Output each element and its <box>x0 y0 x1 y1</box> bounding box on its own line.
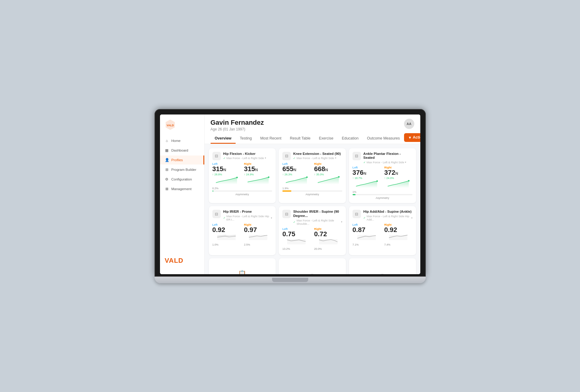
right-change: ↑ 24.9% <box>244 173 272 176</box>
values-row: Left 315N ↑ 28.8% <box>212 162 272 186</box>
right-chart <box>244 176 272 184</box>
right-chart <box>244 234 272 242</box>
right-chart <box>314 238 342 246</box>
card-knee-subtitle: ✓ Max Force - Left & Right Side ▾ <box>293 156 342 160</box>
sidebar-item-configuration-label: Configuration <box>171 177 192 181</box>
asym-bar <box>353 194 412 195</box>
empty-session-1-content: No tests in the latest session <box>282 262 342 274</box>
sidebar-item-home[interactable]: ⌂ Home <box>160 136 204 145</box>
management-icon: ⊠ <box>165 187 169 191</box>
card-hip-flexion-title: Hip Flexion - Kicker <box>223 152 272 156</box>
sidebar-item-profiles[interactable]: 👤 Profiles <box>160 155 204 165</box>
values-row: Left 0.92 1.0% <box>212 223 272 246</box>
asym-label: Asymmetry <box>282 193 342 196</box>
card-empty-session-1: No tests in the latest session <box>279 258 346 274</box>
asym-value: 1% <box>353 190 412 193</box>
screen: VALD ⌂ Home ▦ Dashboard 👤 Profiles <box>160 114 420 274</box>
left-chart <box>212 234 240 242</box>
sidebar-item-configuration[interactable]: ⚙ Configuration <box>160 175 204 184</box>
tab-result-table[interactable]: Result Table <box>286 134 315 144</box>
right-value-group: Right 372N ↑ 24.0% <box>384 166 412 189</box>
sidebar-item-program-builder[interactable]: ⊞ Program Builder <box>160 165 204 174</box>
left-change: ↑ 18.7% <box>353 177 381 180</box>
left-change: ↑ 28.8% <box>212 173 240 176</box>
sidebar-item-program-builder-label: Program Builder <box>171 168 196 171</box>
left-value: 655N <box>282 165 310 173</box>
asymmetry-section: 0.2% Asymmetry <box>212 187 272 196</box>
card-shoulder-title: Shoulder IR/ER - Supine (90 Degree... <box>293 210 342 218</box>
svg-point-7 <box>306 176 308 178</box>
profiles-icon: 👤 <box>165 158 169 162</box>
card-ankle-subtitle: ✓ Max Force - Left & Right Side ▾ <box>363 161 412 164</box>
avatar: AA <box>404 119 414 129</box>
chevron-down-icon: ▾ <box>409 135 411 140</box>
values-row: Left 655N ↑ 26.3% <box>282 162 342 186</box>
circle-slash-icon <box>308 273 317 274</box>
svg-point-3 <box>236 177 238 178</box>
right-value-group: Right 315N ↑ 24.9% <box>244 162 272 186</box>
card-icon: ⊟ <box>282 152 291 160</box>
card-hip-flexion-subtitle: ✓ Max Force - Left & Right Side ▾ <box>223 156 272 160</box>
card-title-group: Hip IR/ER - Prone ✓ Max Force - Left & R… <box>223 210 272 221</box>
card-hip-irer-subtitle: ✓ Max Force - Left & Right Side Hip ER:I… <box>223 215 272 221</box>
actions-button[interactable]: ▾ Actions <box>404 133 420 142</box>
right-value: 0.72 <box>314 230 342 238</box>
left-chart <box>282 176 310 184</box>
chevron-down-icon: ▾ <box>265 157 266 159</box>
laptop-base <box>155 277 426 283</box>
card-icon: ⊟ <box>353 152 361 160</box>
asym-right: 20.0% <box>314 247 342 250</box>
svg-text:VALD: VALD <box>167 124 174 127</box>
card-icon: ⊟ <box>353 210 361 218</box>
tab-testing[interactable]: Testing <box>236 134 256 144</box>
left-chart <box>212 176 240 184</box>
configuration-icon: ⚙ <box>165 177 169 181</box>
left-change: ↑ 26.3% <box>282 173 310 176</box>
dashboard-icon: ▦ <box>165 148 169 152</box>
card-hip-irer-header: ⊟ Hip IR/ER - Prone ✓ Max Force - Left &… <box>212 210 272 221</box>
header-top: Gavin Fernandez Age 26 (01 Jan 1997) AA <box>211 119 414 131</box>
tab-exercise[interactable]: Exercise <box>315 134 337 144</box>
asym-value: 0.2% <box>212 187 272 190</box>
right-value: 0.97 <box>244 226 272 234</box>
card-title-group: Hip Flexion - Kicker ✓ Max Force - Left … <box>223 152 272 160</box>
left-value-group: Left 0.87 7.1% <box>353 223 381 246</box>
card-hip-flexion-header: ⊟ Hip Flexion - Kicker ✓ Max Force - Lef… <box>212 152 272 160</box>
left-value-group: Left 0.75 13.2% <box>282 227 310 250</box>
card-hip-add-header: ⊟ Hip Add/Abd - Supine (Ankle) ✓ Max For… <box>353 210 412 221</box>
left-value-group: Left 0.92 1.0% <box>212 223 240 246</box>
sidebar-item-dashboard[interactable]: ▦ Dashboard <box>160 146 204 155</box>
left-value: 315N <box>212 165 240 173</box>
tab-education[interactable]: Education <box>337 134 363 144</box>
page-header: Gavin Fernandez Age 26 (01 Jan 1997) AA … <box>205 114 420 144</box>
no-test-icon <box>308 273 317 274</box>
card-hip-irer-title: Hip IR/ER - Prone <box>223 210 272 214</box>
tab-most-recent[interactable]: Most Recent <box>256 134 286 144</box>
card-title-group: Ankle Plantar Flexion - Seated ✓ Max For… <box>363 152 412 164</box>
svg-marker-2 <box>216 177 237 184</box>
svg-rect-16 <box>287 239 306 244</box>
laptop-container: VALD ⌂ Home ▦ Dashboard 👤 Profiles <box>155 109 426 283</box>
logo: VALD <box>160 119 204 136</box>
chevron-down-icon: ▾ <box>341 221 342 223</box>
patient-info: Gavin Fernandez Age 26 (01 Jan 1997) <box>211 119 264 131</box>
circle-slash-icon-2 <box>378 273 387 274</box>
left-chart <box>353 180 381 188</box>
sidebar-item-management[interactable]: ⊠ Management <box>160 184 204 193</box>
asym-value: 1.9% <box>282 187 342 190</box>
card-hip-add-title: Hip Add/Abd - Supine (Ankle) <box>363 210 412 214</box>
right-value: 0.92 <box>384 226 412 234</box>
tab-outcome-measures[interactable]: Outcome Measures <box>363 134 404 144</box>
cards-grid: ⊟ Hip Flexion - Kicker ✓ Max Force - Lef… <box>209 148 416 274</box>
left-value: 0.92 <box>212 226 240 234</box>
right-value: 315N <box>244 165 272 173</box>
card-title-group: Hip Add/Abd - Supine (Ankle) ✓ Max Force… <box>363 210 412 221</box>
right-value-group: Right 0.72 20.0% <box>314 227 342 250</box>
tab-bar: Overview Testing Most Recent Result Tabl… <box>211 134 404 144</box>
clipboard-icon: 📋 <box>238 270 246 274</box>
program-builder-icon: ⊞ <box>165 168 169 172</box>
tab-overview[interactable]: Overview <box>211 134 236 144</box>
svg-point-11 <box>376 180 378 182</box>
svg-point-5 <box>268 176 269 178</box>
card-hip-flexion: ⊟ Hip Flexion - Kicker ✓ Max Force - Lef… <box>209 148 276 203</box>
